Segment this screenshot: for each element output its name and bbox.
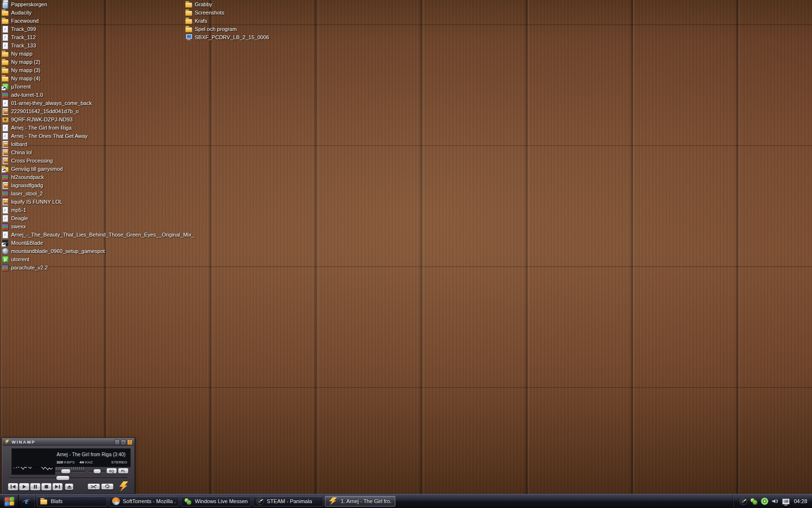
desktop-icon[interactable]: Ny mapp (4) [1, 74, 194, 82]
recycle-bin-icon [1, 0, 9, 8]
audio-file-icon [1, 231, 9, 239]
bitrate-value: 320 [57, 460, 63, 464]
desktop-icon[interactable]: Grabby [185, 0, 269, 8]
desktop-icon[interactable]: Deagle [1, 214, 194, 222]
shortcut-arrow-icon [1, 168, 6, 173]
previous-icon[interactable] [8, 483, 18, 491]
audio-file-icon [1, 206, 9, 214]
tray-steam-icon[interactable] [740, 497, 747, 505]
windowshade-icon[interactable] [121, 440, 126, 445]
desktop-icon[interactable]: China lol [1, 148, 194, 156]
tray-messenger-icon[interactable] [750, 497, 758, 505]
shuffle-icon[interactable] [87, 483, 100, 490]
taskbar-button-winamp[interactable]: 1. Arnej - The Girl fro... [325, 496, 395, 507]
eject-icon[interactable] [65, 483, 73, 490]
desktop-icon[interactable]: 2229011642_15dd041d7b_o [1, 107, 194, 115]
image-file-icon [1, 140, 9, 148]
folder-icon [1, 165, 9, 173]
eq-button[interactable]: EQ [106, 468, 117, 474]
desktop-icon[interactable]: Genväg till garrysmod [1, 164, 194, 173]
desktop-icon[interactable]: 01-arnej-they_always_come_back [1, 99, 194, 107]
taskbar-button-steam[interactable]: STEAM - Panimala [253, 496, 323, 507]
utorrent-icon [1, 83, 9, 90]
stop-icon[interactable] [41, 483, 52, 491]
desktop-icon[interactable]: mp5-1 [1, 206, 194, 214]
tray-green-ring-icon[interactable] [761, 497, 768, 505]
globe-icon [1, 247, 9, 255]
desktop-icon[interactable]: lolbard [1, 140, 194, 148]
minimize-icon[interactable] [115, 440, 120, 445]
repeat-icon[interactable] [101, 483, 114, 490]
desktop-icon[interactable]: adv-turret-1.0 [1, 90, 194, 99]
desktop-icon[interactable]: Papperskorgen [1, 0, 194, 8]
desktop-icon[interactable]: laser_stool_2 [1, 189, 194, 197]
folder-icon [1, 17, 9, 25]
winamp-bolt-icon[interactable] [119, 481, 128, 492]
winamp-title: WINAMP [12, 440, 36, 445]
desktop-icon[interactable]: lagnasdfgadg [1, 181, 194, 189]
tray-display-icon[interactable] [782, 498, 790, 505]
desktop-icon-label: Arnej - The Girl from Riga [11, 125, 72, 131]
desktop-icon[interactable]: Arnej_-_The_Beauty_That_Lies_Behind_Thos… [1, 230, 194, 239]
desktop-icon[interactable]: Cross Processing [1, 156, 194, 164]
desktop-icon[interactable]: Ny mapp (3) [1, 66, 194, 74]
internet-explorer-icon[interactable]: e [23, 497, 30, 505]
folder-icon [185, 0, 193, 8]
desktop-icon[interactable]: Arnej - The Ones That Get Away [1, 132, 194, 140]
desktop-icon[interactable]: liquify IS FUNNY LOL [1, 197, 194, 206]
image-file-icon [1, 149, 9, 156]
desktop-icon[interactable]: SBXF_PCDRV_LB_2_15_0006 [185, 33, 269, 41]
desktop-icon[interactable]: 9QRF-RJWK-DZPJ-ND93 [1, 115, 194, 123]
close-icon[interactable] [127, 440, 132, 445]
desktop-icon-label: 01-arnej-they_always_come_back [11, 100, 92, 106]
taskbar-button-messenger[interactable]: Windows Live Messenger [181, 496, 251, 507]
desktop-icon[interactable]: swexx [1, 222, 194, 230]
desktop-icon[interactable]: Screenshots [185, 8, 269, 16]
play-icon[interactable] [19, 483, 29, 491]
balance-slider-thumb[interactable] [93, 469, 101, 474]
desktop-icon[interactable]: Track_099 [1, 25, 194, 33]
desktop-icon[interactable]: Ny mapp [1, 49, 194, 58]
desktop-icon[interactable]: Track_112 [1, 33, 194, 41]
start-button[interactable] [0, 494, 19, 508]
desktop-icon[interactable]: hl2soundpack [1, 173, 194, 181]
desktop-icon[interactable]: Krafs [185, 16, 269, 25]
tray-volume-icon[interactable] [771, 497, 779, 505]
desktop-icon[interactable]: µTorrent [1, 82, 194, 90]
desktop-icon[interactable]: Audacity [1, 8, 194, 16]
desktop-icon[interactable]: Arnej - The Girl from Riga [1, 123, 194, 132]
desktop-icon[interactable]: mountandblade_0960_setup_gamespot [1, 247, 194, 255]
desktop-icon-label: swexx [11, 224, 26, 229]
winamp-titlebar[interactable]: WINAMP [3, 439, 134, 446]
balance-slider[interactable] [89, 471, 105, 472]
taskbar-button-firefox[interactable]: SoftTorrents - Mozilla ... [109, 496, 179, 507]
desktop-icon[interactable]: Mount&Blade [1, 239, 194, 247]
desktop-icon[interactable]: Facewound [1, 16, 194, 25]
desktop-icon[interactable]: Spel och program [185, 25, 269, 33]
taskbar-button-folder[interactable]: Blafs [37, 496, 107, 507]
desktop-icon[interactable]: utorrent [1, 255, 194, 263]
desktop-icon[interactable]: parachute_v2.2 [1, 263, 194, 271]
folder-icon [1, 58, 9, 66]
desktop-icon-label: Audacity [11, 10, 31, 15]
utorrent-icon [1, 255, 9, 263]
audio-file-icon [1, 132, 9, 140]
seek-bar-thumb[interactable] [56, 476, 70, 480]
audio-file-icon [1, 214, 9, 222]
volume-slider-thumb[interactable] [61, 469, 71, 474]
winrar-icon [1, 264, 9, 271]
desktop-icon[interactable]: Ny mapp (2) [1, 58, 194, 66]
desktop-icon[interactable]: Track_133 [1, 41, 194, 49]
next-icon[interactable] [52, 483, 63, 491]
tray-clock[interactable]: 04:28 [794, 498, 807, 504]
folder-icon [1, 50, 9, 58]
track-title[interactable]: Arnej - The Girl from Riga (3:40) [57, 452, 128, 457]
seek-bar[interactable] [10, 478, 128, 478]
bitrate-unit: KBPS [64, 460, 74, 464]
desktop-icon-label: Arnej_-_The_Beauty_That_Lies_Behind_Thos… [11, 232, 194, 238]
pause-icon[interactable] [30, 483, 41, 491]
playlist-button[interactable]: PL [118, 468, 129, 474]
volume-slider[interactable] [55, 471, 85, 472]
desktop-icon-label: Arnej - The Ones That Get Away [11, 133, 87, 139]
folder-icon [1, 9, 9, 16]
